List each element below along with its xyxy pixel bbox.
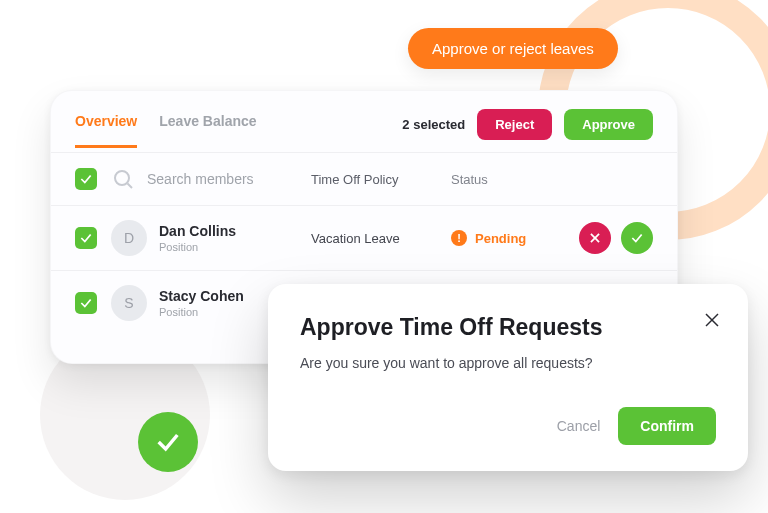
cell-status: ! Pending [451,230,579,246]
row-approve-button[interactable] [621,222,653,254]
close-icon [703,311,721,329]
selected-count: 2 selected [402,117,465,132]
row-checkbox[interactable] [75,292,97,314]
tab-leave-balance[interactable]: Leave Balance [159,113,256,148]
status-icon: ! [451,230,467,246]
table-header: Time Off Policy Status [51,152,677,205]
modal-close-button[interactable] [700,308,724,332]
column-status: Status [451,172,653,187]
cell-policy: Vacation Leave [311,231,451,246]
modal-title: Approve Time Off Requests [300,314,716,341]
tab-overview[interactable]: Overview [75,113,137,148]
member-name: Stacy Cohen [159,288,244,304]
check-icon [79,296,93,310]
table-row: D Dan Collins Position Vacation Leave ! … [51,205,677,270]
row-reject-button[interactable] [579,222,611,254]
check-icon [79,231,93,245]
header-actions: 2 selected Reject Approve [402,109,653,152]
select-all-checkbox[interactable] [75,168,97,190]
svg-line-1 [128,184,133,189]
tabs: Overview Leave Balance [75,113,257,148]
column-policy: Time Off Policy [311,172,451,187]
approve-button[interactable]: Approve [564,109,653,140]
check-icon [154,428,182,456]
confirm-button[interactable]: Confirm [618,407,716,445]
avatar: D [111,220,147,256]
member-subtitle: Position [159,241,236,253]
modal-body: Are you sure you want to approve all req… [300,355,716,371]
close-icon [588,231,602,245]
search-input[interactable] [147,171,287,187]
check-icon [630,231,644,245]
success-badge [138,412,198,472]
row-checkbox[interactable] [75,227,97,249]
reject-button[interactable]: Reject [477,109,552,140]
svg-point-0 [115,171,129,185]
status-label: Pending [475,231,526,246]
member-name: Dan Collins [159,223,236,239]
member-subtitle: Position [159,306,244,318]
confirm-modal: Approve Time Off Requests Are you sure y… [268,284,748,471]
search-icon [111,167,135,191]
feature-tooltip: Approve or reject leaves [408,28,618,69]
avatar: S [111,285,147,321]
check-icon [79,172,93,186]
cancel-button[interactable]: Cancel [557,418,601,434]
card-header: Overview Leave Balance 2 selected Reject… [51,91,677,152]
